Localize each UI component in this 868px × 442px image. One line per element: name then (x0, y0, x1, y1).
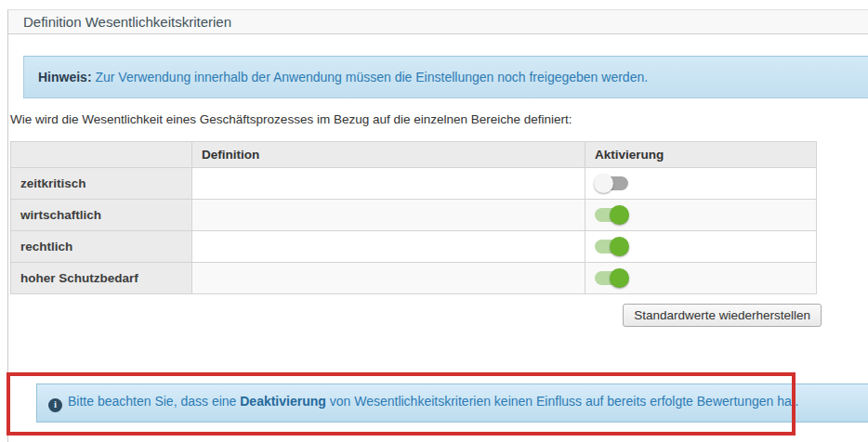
info-banner-text-before: Bitte beachten Sie, dass eine (68, 394, 240, 409)
hint-banner-text: Zur Verwendung innerhalb der Anwendung m… (92, 70, 649, 84)
definition-cell[interactable] (192, 200, 585, 231)
definition-cell[interactable] (192, 263, 585, 294)
toggle-zeitkritisch[interactable] (595, 176, 628, 190)
info-icon: i (48, 398, 62, 412)
info-banner-bold: Deaktivierung (240, 394, 326, 409)
table-header-row: Definition Aktivierung (11, 142, 817, 168)
table-row: wirtschaftlich (11, 200, 817, 231)
table-actions: Standardwerte wiederherstellen (8, 304, 822, 327)
info-banner-text-after: von Wesentlichkeitskriterien keinen Einf… (326, 394, 799, 409)
criteria-table: Definition Aktivierung zeitkritisch wirt… (10, 141, 817, 294)
row-label-hoher-schutzbedarf: hoher Schutzbedarf (11, 263, 192, 294)
table-row: hoher Schutzbedarf (11, 263, 817, 294)
hint-banner: Hinweis: Zur Verwendung innerhalb der An… (23, 56, 868, 98)
definition-cell[interactable] (192, 231, 585, 263)
row-label-rechtlich: rechtlich (11, 231, 192, 263)
info-banner: iBitte beachten Sie, dass eine Deaktivie… (36, 384, 868, 422)
header-aktivierung: Aktivierung (585, 142, 817, 168)
header-empty (11, 142, 192, 168)
restore-defaults-button[interactable]: Standardwerte wiederherstellen (623, 304, 822, 327)
toggle-knob (610, 268, 629, 288)
table-row: zeitkritisch (11, 168, 817, 200)
row-label-zeitkritisch: zeitkritisch (11, 168, 192, 200)
toggle-knob (594, 174, 613, 193)
definition-cell[interactable] (192, 168, 585, 200)
table-row: rechtlich (11, 231, 817, 263)
intro-text: Wie wird die Wesentlichkeit eines Geschä… (10, 112, 868, 126)
toggle-knob (610, 237, 629, 256)
settings-panel: Definition Wesentlichkeitskriterien Hinw… (7, 9, 868, 442)
toggle-hoher-schutzbedarf[interactable] (595, 271, 628, 285)
row-label-wirtschaftlich: wirtschaftlich (11, 200, 192, 231)
header-definition: Definition (192, 142, 585, 168)
toggle-knob (610, 205, 629, 225)
toggle-wirtschaftlich[interactable] (595, 208, 628, 222)
page-title: Definition Wesentlichkeitskriterien (8, 10, 868, 34)
hint-banner-label: Hinweis: (38, 70, 92, 84)
toggle-rechtlich[interactable] (595, 240, 628, 254)
